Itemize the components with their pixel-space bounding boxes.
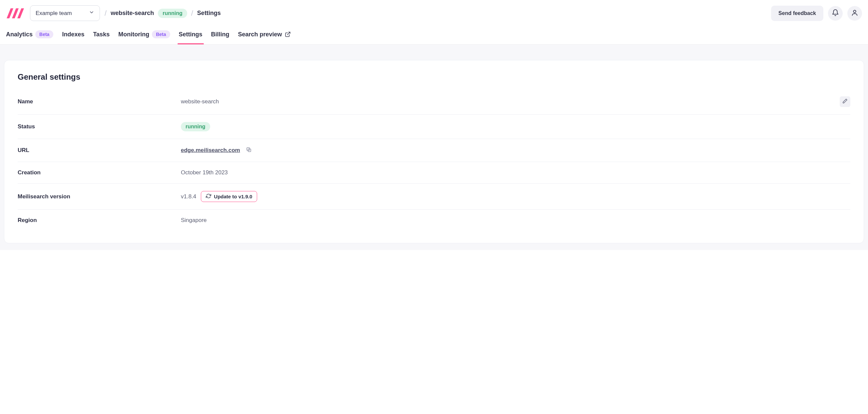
logo[interactable] [6,7,25,20]
pencil-icon [842,98,848,105]
header: Example team / website-search running / … [0,0,868,21]
notifications-button[interactable] [828,6,843,21]
row-region: Region Singapore [18,210,850,231]
version-text: v1.8.4 [181,193,196,200]
tab-indexes[interactable]: Indexes [62,31,84,44]
beta-badge: Beta [35,30,53,38]
row-version: Meilisearch version v1.8.4 Update to v1.… [18,184,850,210]
tab-label: Analytics [6,31,33,38]
external-link-icon [285,31,291,37]
bell-icon [832,9,839,18]
row-value: October 19th 2023 [181,169,850,176]
update-button-label: Update to v1.9.0 [214,194,252,199]
status-badge: running [158,9,187,18]
edit-name-button[interactable] [840,96,850,107]
team-name: Example team [36,10,72,17]
tab-search-preview[interactable]: Search preview [238,31,291,44]
general-settings-card: General settings Name website-search Sta… [4,60,864,243]
copy-icon [246,147,252,154]
row-label: Status [18,123,181,130]
account-button[interactable] [847,6,862,21]
row-label: Region [18,217,181,224]
chevron-down-icon [89,10,94,17]
beta-badge: Beta [152,30,170,38]
tab-label: Billing [211,31,229,38]
row-status: Status running [18,115,850,139]
breadcrumb-separator-icon: / [104,9,106,18]
tab-analytics[interactable]: Analytics Beta [6,30,53,45]
breadcrumb-project[interactable]: website-search [111,10,154,17]
row-value: website-search [181,98,840,105]
tab-label: Tasks [93,31,110,38]
tab-label: Monitoring [118,31,149,38]
row-label: URL [18,147,181,154]
page-body: General settings Name website-search Sta… [0,45,868,250]
row-label: Meilisearch version [18,193,181,200]
svg-point-0 [854,10,856,12]
tab-label: Settings [179,31,203,38]
breadcrumb-separator-icon: / [191,9,193,18]
copy-url-button[interactable] [245,146,253,154]
refresh-icon [206,193,211,200]
user-icon [851,9,858,18]
row-label: Name [18,98,181,105]
tab-label: Search preview [238,31,282,38]
breadcrumb-settings: Settings [197,10,221,17]
breadcrumb: / website-search running / Settings [104,9,221,18]
row-label: Creation [18,169,181,176]
header-right: Send feedback [771,6,862,21]
tab-billing[interactable]: Billing [211,31,229,44]
tab-tasks[interactable]: Tasks [93,31,110,44]
update-version-button[interactable]: Update to v1.9.0 [201,191,257,202]
team-select[interactable]: Example team [30,5,100,21]
row-url: URL edge.meilisearch.com [18,139,850,162]
status-badge: running [181,122,210,131]
row-creation: Creation October 19th 2023 [18,162,850,184]
row-value: Singapore [181,217,850,224]
tab-settings[interactable]: Settings [179,31,203,44]
row-name: Name website-search [18,89,850,115]
svg-line-1 [287,32,290,35]
project-url-link[interactable]: edge.meilisearch.com [181,147,240,154]
tabs: Analytics Beta Indexes Tasks Monitoring … [0,21,868,45]
send-feedback-button[interactable]: Send feedback [771,6,824,21]
page-title: General settings [18,72,850,82]
tab-monitoring[interactable]: Monitoring Beta [118,30,170,45]
tab-label: Indexes [62,31,84,38]
